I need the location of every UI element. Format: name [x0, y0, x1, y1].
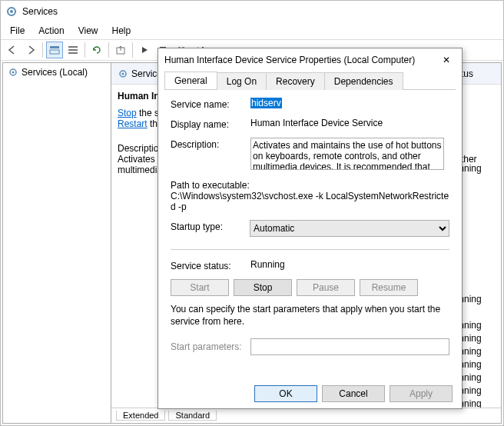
refresh-button[interactable]	[88, 42, 105, 58]
service-status-value: Running	[250, 259, 449, 270]
svg-point-15	[122, 72, 124, 75]
toolbar-sep-2	[85, 42, 85, 58]
standard-tab[interactable]: Standard	[168, 411, 217, 421]
gear-icon	[118, 68, 128, 79]
description-label: Description:	[171, 138, 250, 150]
description-box[interactable]: Activates and maintains the use of hot b…	[250, 138, 444, 170]
toolbar-sep	[42, 42, 43, 58]
tree-item-services-local[interactable]: Services (Local)	[6, 66, 108, 78]
service-name-label: Service name:	[171, 98, 250, 110]
svg-rect-2	[50, 46, 59, 48]
dialog-tabs: General Log On Recovery Dependencies	[164, 72, 456, 90]
titlebar: Services	[1, 1, 503, 22]
ok-button[interactable]: OK	[254, 385, 317, 402]
window-title: Services	[22, 6, 58, 17]
tree-item-label: Services (Local)	[22, 67, 88, 78]
display-name-value: Human Interface Device Service	[250, 118, 449, 128]
list-icon	[68, 45, 78, 55]
tab-dependencies[interactable]: Dependencies	[324, 72, 403, 90]
detail-view-button[interactable]	[46, 42, 63, 58]
pause-button: Pause	[297, 279, 355, 296]
forward-button[interactable]	[22, 42, 39, 58]
path-value: C:\Windows\system32\svchost.exe -k Local…	[171, 191, 449, 212]
export-icon	[115, 45, 126, 55]
stop-link[interactable]: Stop	[118, 108, 137, 118]
play-icon	[139, 45, 150, 55]
footer-tabs: Extended Standard	[111, 408, 501, 423]
properties-button[interactable]	[65, 42, 81, 58]
refresh-icon	[91, 45, 102, 55]
service-name-value[interactable]: hidserv	[250, 98, 282, 108]
control-buttons: Start Stop Pause Resume	[171, 279, 449, 296]
svg-rect-5	[68, 49, 78, 51]
start-params-input[interactable]	[250, 338, 449, 355]
gear-icon	[8, 67, 18, 78]
menu-view[interactable]: View	[72, 24, 104, 38]
svg-rect-3	[50, 50, 59, 54]
tab-logon[interactable]: Log On	[217, 72, 267, 90]
dialog-bottom-buttons: OK Cancel Apply	[254, 385, 453, 402]
path-label: Path to executable:	[171, 180, 449, 191]
tab-recovery[interactable]: Recovery	[266, 72, 325, 90]
service-status-label: Service status:	[171, 259, 250, 271]
stop-button[interactable]: Stop	[234, 279, 292, 296]
display-name-label: Display name:	[171, 118, 250, 130]
svg-point-13	[12, 72, 15, 74]
extended-tab[interactable]: Extended	[116, 411, 165, 421]
svg-point-1	[10, 10, 13, 13]
dialog-title: Human Interface Device Service Propertie…	[164, 55, 437, 65]
arrow-right-icon	[25, 45, 36, 55]
export-button[interactable]	[112, 42, 129, 58]
dialog-titlebar: Human Interface Device Service Propertie…	[158, 48, 462, 72]
menu-file[interactable]: File	[4, 24, 31, 38]
svg-rect-6	[68, 52, 78, 54]
close-icon: ✕	[443, 55, 450, 65]
menu-action[interactable]: Action	[32, 24, 70, 38]
start-params-note: You can specify the start parameters tha…	[171, 304, 449, 328]
tree-pane: Services (Local)	[3, 63, 111, 423]
toolbar-sep-4	[132, 42, 133, 58]
back-button[interactable]	[4, 42, 21, 58]
tab-general[interactable]: General	[164, 72, 217, 89]
start-params-label: Start parameters:	[171, 341, 250, 352]
properties-dialog: Human Interface Device Service Propertie…	[158, 48, 463, 409]
start-button: Start	[171, 279, 229, 296]
close-button[interactable]: ✕	[437, 51, 456, 69]
resume-button: Resume	[360, 279, 418, 296]
services-app-icon	[5, 5, 18, 18]
svg-rect-4	[68, 46, 78, 48]
restart-link[interactable]: Restart	[118, 118, 148, 129]
menu-help[interactable]: Help	[106, 24, 138, 38]
menubar: File Action View Help	[1, 22, 503, 39]
cancel-button[interactable]: Cancel	[322, 385, 385, 402]
arrow-left-icon	[7, 45, 18, 55]
toolbar-sep-3	[108, 42, 109, 58]
startup-type-select[interactable]: Automatic	[250, 220, 449, 237]
start-toolbar-button[interactable]	[136, 42, 153, 58]
divider	[171, 249, 449, 250]
dialog-form: Service name: hidserv Display name: Huma…	[158, 90, 462, 355]
startup-type-label: Startup type:	[171, 220, 250, 232]
apply-button: Apply	[390, 385, 453, 402]
details-icon	[49, 45, 60, 55]
